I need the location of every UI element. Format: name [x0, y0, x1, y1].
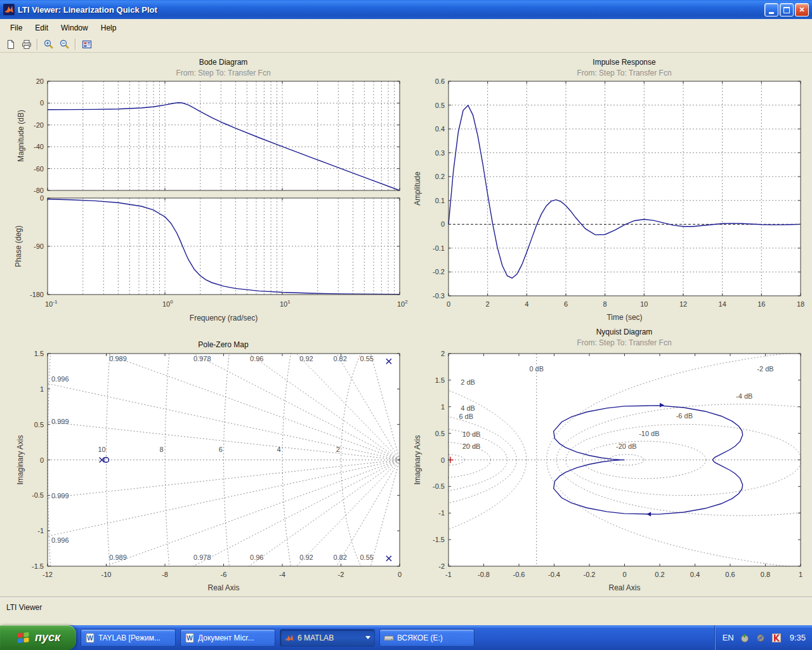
svg-text:Frequency (rad/sec): Frequency (rad/sec) [190, 314, 258, 322]
figure-area[interactable]: 200-20-40-60-80Bode DiagramFrom: Step To… [0, 53, 812, 597]
svg-text:-1: -1 [37, 527, 44, 534]
svg-text:10: 10 [640, 300, 648, 308]
toolbar [0, 36, 812, 53]
svg-text:2: 2 [486, 300, 490, 308]
svg-text:0.4: 0.4 [690, 571, 700, 578]
menu-help[interactable]: Help [95, 21, 123, 35]
menu-edit[interactable]: Edit [29, 21, 55, 35]
menu-bar: File Edit Window Help [0, 19, 812, 36]
svg-text:From: Step To: Transfer Fcn: From: Step To: Transfer Fcn [176, 69, 270, 77]
zoom-in-icon[interactable] [41, 37, 56, 51]
svg-text:0.996: 0.996 [51, 375, 69, 383]
svg-text:-0.8: -0.8 [478, 571, 490, 578]
svg-text:-10 dB: -10 dB [639, 430, 659, 437]
svg-text:-180: -180 [30, 291, 44, 298]
title-bar[interactable]: LTI Viewer: Linearization Quick Plot ✕ [0, 0, 812, 19]
new-document-icon[interactable] [3, 37, 18, 51]
taskbar-item-document[interactable]: W Документ Micr... [180, 629, 275, 647]
svg-text:0.55: 0.55 [360, 554, 373, 561]
taskbar-item-drive[interactable]: ВСЯКОЕ (E:) [379, 629, 475, 647]
svg-text:2: 2 [441, 350, 445, 357]
svg-text:102: 102 [397, 299, 408, 308]
svg-text:0.8: 0.8 [761, 571, 770, 578]
menu-window[interactable]: Window [55, 21, 95, 35]
svg-text:-2 dB: -2 dB [757, 365, 773, 373]
svg-text:0.55: 0.55 [360, 355, 373, 362]
taskbar-clock[interactable]: 9:35 [790, 633, 806, 642]
taskbar-item-label: ВСЯКОЕ (E:) [397, 633, 470, 642]
status-text: LTI Viewer [6, 603, 42, 612]
svg-text:6: 6 [219, 446, 223, 453]
svg-text:-80: -80 [34, 187, 44, 194]
svg-text:0.3: 0.3 [435, 149, 445, 157]
svg-text:0.2: 0.2 [435, 173, 445, 180]
svg-text:0.82: 0.82 [333, 355, 346, 362]
svg-text:0.96: 0.96 [250, 554, 263, 561]
svg-text:-0.6: -0.6 [513, 571, 525, 578]
svg-text:0: 0 [622, 571, 626, 578]
svg-text:0.4: 0.4 [435, 125, 445, 133]
svg-text:0.1: 0.1 [435, 197, 445, 204]
language-indicator[interactable]: EN [723, 633, 734, 642]
svg-text:0: 0 [40, 99, 44, 107]
svg-text:-1.5: -1.5 [433, 536, 445, 543]
green-agent-icon[interactable] [740, 633, 750, 643]
svg-text:10 dB: 10 dB [462, 430, 481, 438]
svg-text:W: W [87, 635, 93, 642]
lti-viewer-window: LTI Viewer: Linearization Quick Plot ✕ F… [0, 0, 812, 650]
taskbar-item-matlab[interactable]: 6 MATLAB [280, 629, 375, 647]
svg-text:6 dB: 6 dB [459, 413, 473, 420]
svg-text:Pole-Zero Map: Pole-Zero Map [198, 340, 249, 349]
svg-text:2 dB: 2 dB [461, 378, 475, 386]
svg-text:20 dB: 20 dB [462, 442, 481, 450]
system-tray: EN 9:35 [714, 625, 812, 650]
svg-text:Amplitude: Amplitude [413, 171, 422, 206]
windows-flag-icon [16, 630, 31, 646]
svg-text:-0.1: -0.1 [433, 244, 445, 252]
taskbar-buttons: W TAYLAB [Режим... W Документ Micr... 6 … [81, 629, 714, 647]
menu-file[interactable]: File [4, 21, 29, 35]
kaspersky-icon[interactable] [771, 633, 782, 643]
svg-text:1: 1 [441, 403, 445, 411]
svg-text:-0.5: -0.5 [433, 482, 445, 490]
svg-text:101: 101 [280, 299, 291, 308]
svg-text:Real Axis: Real Axis [608, 583, 640, 592]
minimize-button[interactable] [764, 3, 778, 17]
svg-text:0.82: 0.82 [333, 554, 346, 561]
svg-text:-1: -1 [438, 509, 445, 517]
svg-text:14: 14 [719, 300, 726, 308]
svg-text:W: W [187, 635, 193, 642]
start-button[interactable]: пуск [0, 625, 76, 650]
svg-text:4: 4 [525, 300, 528, 308]
svg-text:12: 12 [679, 300, 687, 308]
svg-text:Impulse Response: Impulse Response [593, 58, 656, 67]
restore-button[interactable] [780, 3, 794, 17]
print-icon[interactable] [18, 37, 34, 51]
group-dropdown-arrow[interactable] [365, 636, 370, 639]
svg-text:0.989: 0.989 [109, 554, 127, 561]
svg-text:Imaginary Axis: Imaginary Axis [413, 435, 422, 484]
svg-text:-1: -1 [445, 571, 452, 578]
svg-text:8: 8 [603, 300, 607, 308]
svg-text:1.5: 1.5 [34, 350, 44, 357]
plots-canvas[interactable]: 200-20-40-60-80Bode DiagramFrom: Step To… [0, 53, 812, 597]
svg-text:0.978: 0.978 [193, 554, 211, 561]
svg-text:-1.5: -1.5 [32, 562, 44, 570]
taskbar-item-taylab[interactable]: W TAYLAB [Режим... [81, 629, 176, 647]
svg-text:-6: -6 [221, 571, 227, 578]
toolbar-separator [75, 39, 76, 50]
svg-text:-8: -8 [162, 571, 168, 578]
close-button[interactable]: ✕ [795, 3, 809, 17]
svg-text:-12: -12 [43, 571, 53, 578]
viewer-configuration-icon[interactable] [79, 37, 95, 51]
svg-text:-2: -2 [438, 562, 445, 570]
word-icon: W [85, 633, 95, 643]
toolbar-separator [37, 39, 38, 50]
wheel-icon[interactable] [756, 633, 766, 643]
svg-text:0.989: 0.989 [109, 355, 127, 362]
svg-text:4: 4 [277, 446, 280, 453]
svg-text:20: 20 [36, 77, 44, 85]
svg-text:1: 1 [799, 571, 802, 578]
svg-text:-0.2: -0.2 [584, 571, 596, 578]
zoom-out-icon[interactable] [56, 37, 72, 51]
